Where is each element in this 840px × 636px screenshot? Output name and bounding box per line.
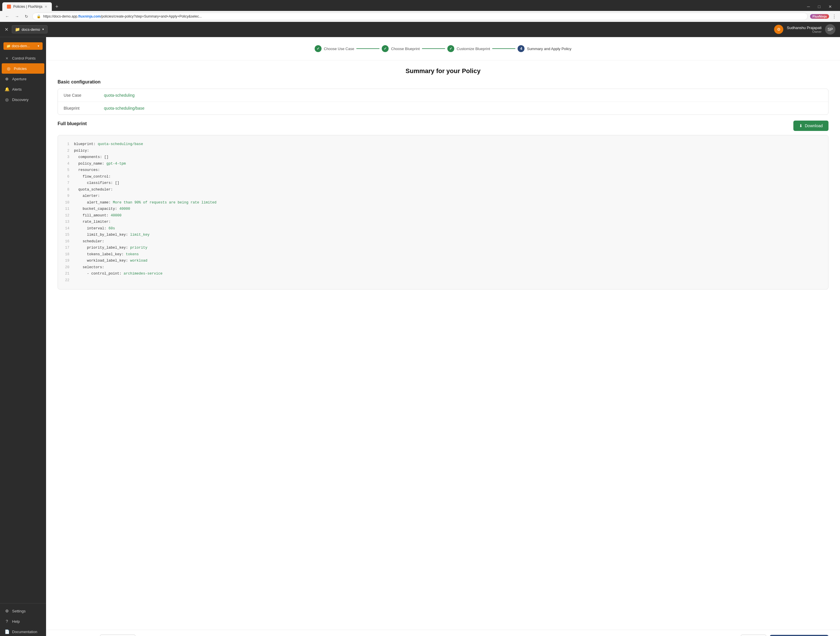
sidebar-workspace-label: docs-dem... [12, 44, 30, 48]
tab-title: Policies | FluxNinja [13, 5, 42, 9]
code-line-18: 18 tokens_label_key: tokens [64, 251, 823, 258]
user-avatar[interactable]: SP [825, 24, 835, 35]
topbar-close-button[interactable]: ✕ [5, 27, 8, 32]
config-card: Use Case quota-scheduling Blueprint quot… [58, 88, 829, 115]
discovery-icon: ◎ [5, 97, 9, 102]
sidebar-item-label: Discovery [12, 98, 28, 102]
user-name: Sudhanshu Prajapati [787, 25, 821, 30]
step-connector-2 [422, 48, 445, 49]
avatar-initials: SP [827, 27, 833, 32]
use-case-row: Use Case quota-scheduling [58, 89, 828, 102]
sidebar: 📁 docs-dem... ▼ ✕ Control Points ◎ Polic… [0, 37, 46, 636]
user-role: Owner [787, 30, 821, 33]
code-line-8: 8 quota_scheduler: [64, 186, 823, 193]
sidebar-item-label: Documentation [12, 630, 37, 634]
sidebar-item-policies[interactable]: ◎ Policies [2, 63, 44, 74]
sidebar-item-label: Help [12, 619, 20, 623]
confirm-and-apply-button[interactable]: Confirm and Apply Policy [770, 635, 829, 636]
minimize-button[interactable]: ─ [805, 3, 812, 10]
code-line-22: 22 [64, 277, 823, 284]
code-line-11: 11 bucket_capacity: 40000 [64, 206, 823, 212]
step-label-2: Choose Blueprint [391, 47, 420, 51]
code-line-5: 5 resources: [64, 167, 823, 174]
sidebar-item-label: Alerts [12, 87, 22, 92]
sidebar-workspace-button[interactable]: 📁 docs-dem... ▼ [3, 42, 43, 50]
control-points-icon: ✕ [5, 57, 9, 60]
documentation-icon: 📄 [5, 630, 9, 634]
code-line-3: 3 components: [] [64, 154, 823, 161]
step-choose-blueprint: ✓ Choose Blueprint [382, 45, 420, 52]
code-line-16: 16 scheduler: [64, 238, 823, 245]
sidebar-item-help[interactable]: ? Help [0, 616, 46, 627]
blueprint-header: Full blueprint ⬇ Download [58, 121, 829, 131]
settings-icon: ⚙ [777, 27, 781, 32]
page-title: Summary for your Policy [58, 67, 829, 75]
code-line-19: 19 workload_label_key: workload [64, 257, 823, 264]
help-icon: ? [5, 619, 9, 623]
code-line-2: 2 policy: [64, 148, 823, 154]
forward-nav-button[interactable]: → [13, 13, 21, 20]
new-tab-button[interactable]: + [53, 3, 61, 11]
sidebar-item-alerts[interactable]: 🔔 Alerts [0, 84, 46, 95]
step-connector-1 [356, 48, 379, 49]
page-footer: Leave without saving Save as draft ← Bac… [46, 630, 840, 636]
sidebar-item-control-points[interactable]: ✕ Control Points [0, 53, 46, 63]
code-line-20: 20 selectors: [64, 264, 823, 271]
code-line-14: 14 interval: 60s [64, 225, 823, 232]
download-button[interactable]: ⬇ Download [793, 121, 829, 131]
sidebar-item-documentation[interactable]: 📄 Documentation [0, 627, 46, 636]
step-circle-4: 4 [518, 45, 524, 52]
sidebar-workspace-icon: 📁 [6, 44, 11, 48]
stepper: ✓ Choose Use Case ✓ Choose Blueprint ✓ C… [46, 37, 840, 60]
use-case-label: Use Case [64, 93, 104, 98]
browser-icons: FluxNinja ⋮ [810, 14, 837, 19]
step-customize-blueprint: ✓ Customize Blueprint [447, 45, 490, 52]
code-line-4: 4 policy_name: gpt-4-tpm [64, 161, 823, 167]
basic-config-section: Basic configuration Use Case quota-sched… [46, 79, 840, 121]
back-button[interactable]: ← Back [741, 634, 766, 636]
page-wrapper: ✓ Choose Use Case ✓ Choose Blueprint ✓ C… [46, 37, 840, 636]
step-label-1: Choose Use Case [324, 47, 354, 51]
close-browser-button[interactable]: ✕ [826, 3, 834, 10]
fluxninja-extension-badge: FluxNinja [810, 14, 829, 19]
settings-icon-button[interactable]: ⚙ [774, 25, 783, 34]
back-nav-button[interactable]: ← [3, 13, 11, 20]
code-line-7: 7 classifiers: [] [64, 180, 823, 186]
main-content: ✓ Choose Use Case ✓ Choose Blueprint ✓ C… [46, 37, 840, 636]
download-label: Download [805, 123, 823, 128]
workspace-label: docs-demo [22, 27, 40, 32]
maximize-button[interactable]: □ [816, 3, 823, 10]
full-blueprint-header: Full blueprint [58, 121, 87, 126]
sidebar-item-label: Policies [14, 66, 27, 71]
download-icon: ⬇ [799, 123, 802, 128]
sidebar-item-label: Settings [12, 609, 25, 613]
address-bar[interactable]: 🔒 https://docs-demo.app.fluxninja.com/po… [32, 13, 808, 20]
tab-favicon [7, 5, 11, 9]
app-topbar: ✕ 📁 docs-demo ▼ ⚙ Sudhanshu Prajapati Ow… [0, 22, 840, 37]
sidebar-item-settings[interactable]: ⚙ Settings [0, 606, 46, 616]
code-line-17: 17 priority_label_key: priority [64, 245, 823, 251]
code-line-12: 12 fill_amount: 40000 [64, 212, 823, 219]
tab-close-button[interactable]: ✕ [44, 5, 47, 9]
workspace-selector[interactable]: 📁 docs-demo ▼ [12, 25, 47, 33]
active-tab[interactable]: Policies | FluxNinja ✕ [2, 2, 52, 11]
step-choose-use-case: ✓ Choose Use Case [315, 45, 354, 52]
code-line-21: 21 - control_point: archimedes-service [64, 270, 823, 277]
aperture-icon: ⊕ [5, 77, 9, 81]
blueprint-value: quota-scheduling/base [104, 106, 145, 110]
code-line-1: 1 blueprint: quota-scheduling/base [64, 141, 823, 148]
full-blueprint-section: Full blueprint ⬇ Download 1 blueprint: q… [46, 121, 840, 295]
alerts-icon: 🔔 [5, 87, 9, 92]
code-line-15: 15 limit_by_label_key: limit_key [64, 232, 823, 238]
basic-config-header: Basic configuration [58, 79, 829, 85]
save-as-draft-button[interactable]: Save as draft [100, 634, 136, 636]
user-info: Sudhanshu Prajapati Owner [787, 25, 821, 33]
step-circle-2: ✓ [382, 45, 388, 52]
refresh-button[interactable]: ↻ [23, 13, 30, 20]
extensions-icon[interactable]: ⋮ [832, 14, 837, 19]
code-block: 1 blueprint: quota-scheduling/base 2 pol… [58, 135, 829, 289]
use-case-value: quota-scheduling [104, 93, 135, 98]
sidebar-item-aperture[interactable]: ⊕ Aperture [0, 74, 46, 84]
sidebar-item-discovery[interactable]: ◎ Discovery [0, 95, 46, 105]
workspace-caret-icon: ▼ [42, 28, 44, 31]
